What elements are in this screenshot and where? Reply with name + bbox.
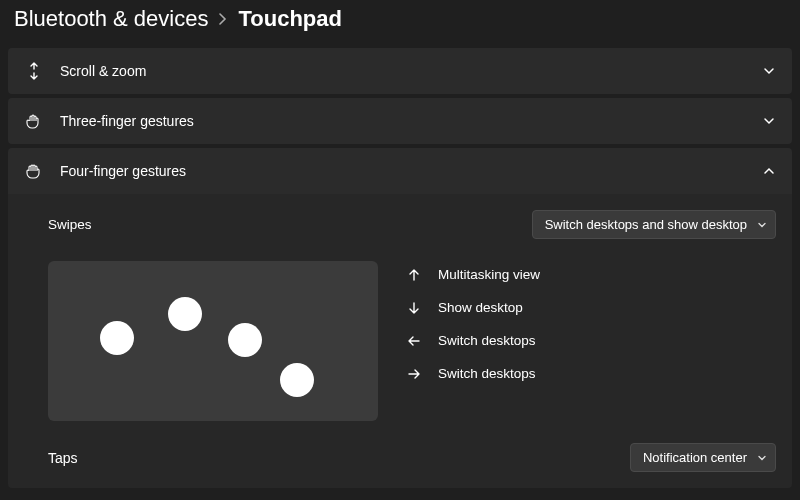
gesture-preview bbox=[48, 261, 378, 421]
dropdown-value: Notification center bbox=[643, 450, 747, 465]
breadcrumb: Bluetooth & devices Touchpad bbox=[0, 0, 800, 44]
finger-dot bbox=[168, 297, 202, 331]
hand-four-icon bbox=[24, 162, 44, 180]
direction-label: Multitasking view bbox=[438, 267, 540, 282]
direction-label: Switch desktops bbox=[438, 333, 536, 348]
finger-dot bbox=[100, 321, 134, 355]
finger-dot bbox=[280, 363, 314, 397]
arrow-up-icon bbox=[406, 268, 422, 282]
section-label: Four-finger gestures bbox=[60, 163, 746, 179]
breadcrumb-parent[interactable]: Bluetooth & devices bbox=[14, 6, 208, 32]
chevron-down-icon bbox=[762, 64, 776, 78]
gesture-block: Multitasking view Show desktop Switch de… bbox=[48, 255, 776, 429]
hand-three-icon bbox=[24, 112, 44, 130]
finger-dot bbox=[228, 323, 262, 357]
swipes-dropdown[interactable]: Switch desktops and show desktop bbox=[532, 210, 776, 239]
direction-up: Multitasking view bbox=[406, 267, 540, 282]
arrow-right-icon bbox=[406, 367, 422, 381]
four-finger-body: Swipes Switch desktops and show desktop … bbox=[8, 190, 792, 488]
dropdown-value: Switch desktops and show desktop bbox=[545, 217, 747, 232]
chevron-down-icon bbox=[762, 114, 776, 128]
swipes-label: Swipes bbox=[48, 217, 532, 232]
chevron-down-icon bbox=[757, 220, 767, 230]
direction-label: Show desktop bbox=[438, 300, 523, 315]
swipes-row: Swipes Switch desktops and show desktop bbox=[48, 198, 776, 255]
chevron-up-icon bbox=[762, 164, 776, 178]
direction-right: Switch desktops bbox=[406, 366, 540, 381]
taps-dropdown[interactable]: Notification center bbox=[630, 443, 776, 472]
section-four-finger[interactable]: Four-finger gestures bbox=[8, 148, 792, 194]
direction-down: Show desktop bbox=[406, 300, 540, 315]
direction-left: Switch desktops bbox=[406, 333, 540, 348]
taps-label: Taps bbox=[48, 450, 630, 466]
section-three-finger[interactable]: Three-finger gestures bbox=[8, 98, 792, 144]
chevron-down-icon bbox=[757, 453, 767, 463]
arrow-down-icon bbox=[406, 301, 422, 315]
section-label: Three-finger gestures bbox=[60, 113, 746, 129]
taps-row: Taps Notification center bbox=[48, 429, 776, 474]
scroll-zoom-icon bbox=[24, 62, 44, 80]
section-label: Scroll & zoom bbox=[60, 63, 746, 79]
arrow-left-icon bbox=[406, 334, 422, 348]
direction-list: Multitasking view Show desktop Switch de… bbox=[406, 261, 540, 381]
chevron-right-icon bbox=[218, 13, 228, 25]
page-title: Touchpad bbox=[238, 6, 341, 32]
direction-label: Switch desktops bbox=[438, 366, 536, 381]
section-scroll-zoom[interactable]: Scroll & zoom bbox=[8, 48, 792, 94]
